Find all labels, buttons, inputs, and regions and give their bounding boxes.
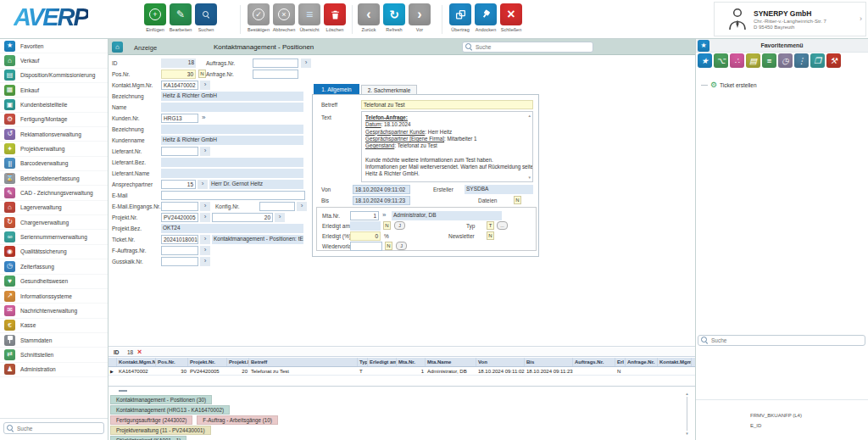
lookup-button[interactable]: › <box>198 180 208 189</box>
sidebar-item-betriebsdaten[interactable]: ⌛Betriebsdatenerfassung <box>0 171 108 186</box>
bottom-tab[interactable]: Stücklistenkopf (KA001 - 1) <box>110 436 186 440</box>
sidebar-item-barcode[interactable]: |||Barcodeverwaltung <box>0 157 108 171</box>
molecules-icon[interactable]: ∴ <box>730 53 744 68</box>
anfragenr-field[interactable] <box>253 70 298 79</box>
sidebar-item-disposition[interactable]: ▤Disposition/Kommissionierung <box>0 69 108 83</box>
sidebar-item-seriennummern[interactable]: ∞Seriennummernverwaltung <box>0 230 108 244</box>
scroll-up-icon[interactable]: ▲ <box>528 114 531 118</box>
suchen-button[interactable]: Suchen <box>193 3 219 32</box>
bestaetigen-button[interactable]: ✓ Bestätigen <box>246 3 271 32</box>
uebersicht-button[interactable]: ≡ Übersicht <box>297 3 322 32</box>
sidebar-item-favoriten[interactable]: ★Favoriten <box>0 39 108 53</box>
schliessen-button[interactable]: × Schließen <box>498 3 524 32</box>
double-lookup-button[interactable]: » <box>202 114 205 123</box>
stack-icon[interactable]: ≡ <box>762 53 776 68</box>
loeschen-button[interactable]: Löschen <box>322 3 348 32</box>
lookup-button[interactable]: › <box>200 147 210 156</box>
bottom-tab[interactable]: F-Auftrag - Arbeitsgänge (10) <box>197 415 278 425</box>
lookup-button[interactable]: › <box>200 213 210 222</box>
sidebar-item-cad[interactable]: ✎CAD - Zeichnungsverwaltung <box>0 186 108 200</box>
wiedervorlage-field[interactable] <box>350 242 382 251</box>
collapse-handle[interactable] <box>119 390 127 392</box>
sidebar-item-schnittstellen[interactable]: ⇄Schnittstellen <box>0 348 108 362</box>
sidebar-item-infosysteme[interactable]: ↗Informationssysteme <box>0 289 108 304</box>
company-card[interactable]: SYNERPY GmbH Chr.-Ritter-v.-Langheinrich… <box>714 2 866 36</box>
star-icon[interactable]: ★ <box>698 53 712 68</box>
double-lookup-button[interactable]: » <box>382 211 386 220</box>
bis-field[interactable]: 18.10.2024 09:11:23 <box>353 196 410 205</box>
sidebar-item-chargen[interactable]: ↻Chargenverwaltung <box>0 215 108 230</box>
projektnr-field[interactable]: PV24420005 <box>161 213 198 222</box>
sidebar-item-projektverwaltung[interactable]: ✦Projektverwaltung <box>0 142 108 156</box>
sidebar-item-stammdaten[interactable]: Stammdaten <box>0 333 108 348</box>
konfignr-field[interactable] <box>259 202 295 211</box>
bottom-tab[interactable]: Kontaktmanagement - Positionen (30) <box>110 395 212 404</box>
sidebar-item-verkauf[interactable]: ⌂Verkauf <box>0 53 108 68</box>
lookup-button[interactable]: › <box>301 58 311 68</box>
lieferantnr-field[interactable] <box>161 147 198 156</box>
text-area[interactable]: Telefon-Anfrage: Datum: 18.10.2024 Gespr… <box>361 111 533 182</box>
form-search-input[interactable] <box>476 44 593 50</box>
table-row[interactable]: ▶ KA16470002 30 PV24420005 20 Telefonat … <box>108 367 695 376</box>
kundennr-field[interactable]: HRG13 <box>161 114 198 123</box>
sidebar-item-qualitaet[interactable]: ◉Qualitätssicherung <box>0 245 108 259</box>
projektpos-field[interactable]: 20 <box>212 213 273 222</box>
favorites-search[interactable] <box>698 335 865 346</box>
email-field[interactable] <box>161 191 305 200</box>
uebertrag-button[interactable]: Übertrag <box>448 3 473 32</box>
traffic-light-icon[interactable]: ⋮ <box>794 53 809 68</box>
erledigt-pct-field[interactable]: 0 <box>350 231 381 241</box>
more-button[interactable]: ... <box>497 221 508 230</box>
betreff-field[interactable]: Telefonat zu Test <box>361 100 533 109</box>
erledigt-am-field[interactable] <box>350 221 381 231</box>
fauftragsnr-field[interactable] <box>161 246 198 255</box>
von-field[interactable]: 18.10.2024 09:11:02 <box>353 185 410 194</box>
lookup-button[interactable]: › <box>275 213 285 222</box>
ja-button[interactable]: J <box>394 221 405 230</box>
printer-icon[interactable]: ▤ <box>746 53 760 68</box>
abbrechen-button[interactable]: × Abbrechen <box>271 3 297 32</box>
favorites-search-input[interactable] <box>711 337 865 343</box>
sidebar-item-administration[interactable]: ♟Administration <box>0 363 108 377</box>
sidebar-item-kundenbeistellteile[interactable]: ▣Kundenbeistellteile <box>0 97 108 112</box>
mtanr-field[interactable]: 1 <box>350 211 379 220</box>
scrollbar[interactable]: ▲▼ <box>683 392 691 436</box>
ticketnr-field[interactable]: 202410180010 <box>161 235 198 244</box>
einfuegen-button[interactable]: + Einfügen <box>142 3 168 32</box>
bearbeiten-button[interactable]: ✎ Bearbeiten <box>168 3 193 32</box>
wrench-icon[interactable]: ⚒ <box>826 53 841 68</box>
andocken-button[interactable]: Andocken <box>473 3 498 32</box>
lookup-button[interactable]: › <box>200 246 210 255</box>
zurueck-button[interactable]: ‹ Zurück <box>356 3 381 32</box>
vor-button[interactable]: › Vor <box>407 3 432 32</box>
sidebar-item-kasse[interactable]: €Kasse <box>0 319 108 333</box>
company-expand-chevron[interactable]: › <box>860 14 862 23</box>
bottom-tab[interactable]: Projektverwaltung (11 - PV24430001) <box>110 426 211 435</box>
lookup-button[interactable]: › <box>200 235 210 244</box>
filter-clear-icon[interactable]: × <box>137 348 142 356</box>
lookup-button[interactable]: › <box>200 81 210 90</box>
form-search[interactable] <box>462 42 593 53</box>
sidebar-search[interactable] <box>3 422 104 434</box>
bottom-tab[interactable]: Kontaktmanagement (HRG13 - KA16470002) <box>110 405 230 415</box>
lookup-button[interactable]: › <box>200 202 210 211</box>
refresh-button[interactable]: ↻ Refresh <box>381 3 407 32</box>
sidebar-item-einkauf[interactable]: ▦Einkauf <box>0 83 108 97</box>
posnr-field[interactable]: 30 <box>161 70 196 79</box>
lookup-button[interactable]: › <box>297 202 307 211</box>
ansprechpartner-field[interactable]: 15 <box>161 180 196 189</box>
ja-button[interactable]: J <box>396 242 407 250</box>
lookup-button[interactable]: › <box>200 257 210 266</box>
kontaktmgmnr-field[interactable]: KA16470002 <box>161 81 198 90</box>
scroll-down-icon[interactable]: ▼ <box>528 175 531 180</box>
sidebar-item-gesundheit[interactable]: ♥Gesundheitswesen <box>0 275 108 289</box>
bottom-tab[interactable]: Fertigungsaufträge (2443002) <box>110 415 192 425</box>
emaileingangsnr-field[interactable] <box>161 202 198 211</box>
history-clock-icon[interactable]: ◷ <box>778 53 793 68</box>
ticket-erstellen-item[interactable]: ⚙ Ticket erstellen <box>701 81 757 89</box>
sidebar-search-input[interactable] <box>17 426 103 432</box>
sidebar-item-fertigung[interactable]: ⚙Fertigung/Montage <box>0 113 108 127</box>
orgchart-icon[interactable]: ⌥ <box>714 53 728 68</box>
sidebar-item-nachrichten[interactable]: ✉Nachrichtenverwaltung <box>0 304 108 318</box>
sidebar-item-lagerverwaltung[interactable]: ⌂Lagerverwaltung <box>0 201 108 215</box>
